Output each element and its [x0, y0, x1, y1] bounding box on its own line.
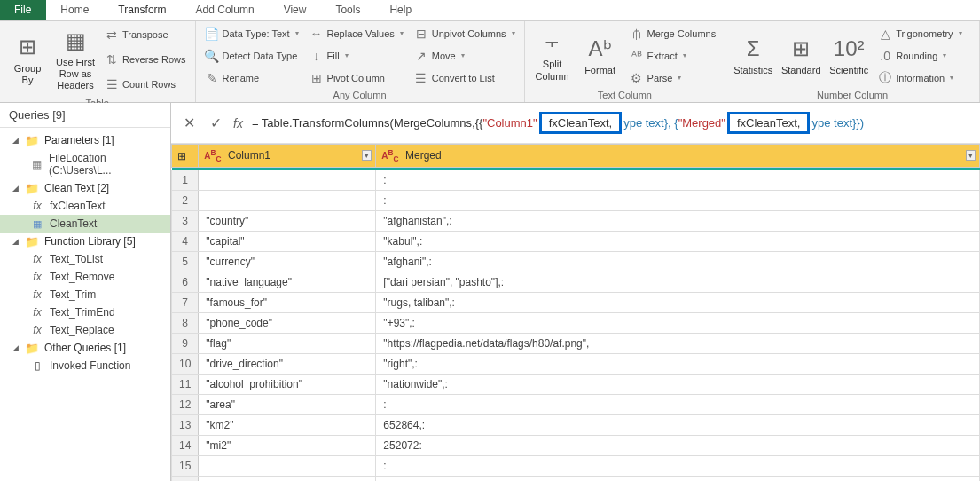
table-row[interactable]: 6"native_language"["dari persian", "pash…: [172, 272, 980, 293]
column-header-column1[interactable]: ABC Column1 ▾: [199, 145, 376, 168]
rename-button[interactable]: ✎Rename: [201, 69, 302, 87]
row-number[interactable]: 4: [172, 232, 199, 252]
trigonometry-button[interactable]: △Trigonometry▾: [874, 25, 965, 43]
rounding-button[interactable]: .0Rounding▾: [874, 47, 965, 65]
formula-input[interactable]: = Table.TransformColumns(MergeColumns,{{…: [252, 112, 971, 134]
convert-to-list-button[interactable]: ☰Convert to List: [411, 69, 519, 87]
use-first-row-button[interactable]: ▦ Use First Row as Headers: [53, 23, 98, 96]
table-row[interactable]: 12"area":: [172, 395, 980, 415]
row-number[interactable]: 15: [172, 456, 199, 477]
cell-column1[interactable]: "flag": [199, 334, 376, 354]
filter-icon[interactable]: ▾: [966, 150, 976, 161]
row-number[interactable]: 12: [172, 395, 199, 415]
table-row[interactable]: 9"flag""https://flagpedia.net/data/flags…: [172, 334, 980, 354]
sidebar-item-text-trim[interactable]: fxText_Trim: [0, 286, 170, 304]
row-number[interactable]: 16: [172, 477, 199, 481]
cell-merged[interactable]: "https://flagpedia.net/data/flags/h80/af…: [376, 334, 980, 354]
transpose-button[interactable]: ⇄Transpose: [101, 26, 190, 43]
standard-button[interactable]: ⊞ Standard: [779, 23, 823, 88]
cell-column1[interactable]: "native_language": [199, 272, 376, 293]
cell-column1[interactable]: [199, 170, 376, 191]
menu-transform[interactable]: Transform: [104, 0, 181, 20]
cell-merged[interactable]: :: [376, 191, 980, 211]
row-number[interactable]: 10: [172, 354, 199, 375]
menu-view[interactable]: View: [270, 0, 322, 20]
move-button[interactable]: ↗Move▾: [411, 47, 519, 65]
row-number[interactable]: 14: [172, 436, 199, 456]
cell-merged[interactable]: :: [376, 456, 980, 477]
cell-column1[interactable]: "area": [199, 395, 376, 415]
cell-merged[interactable]: "+93",:: [376, 313, 980, 334]
data-type-button[interactable]: 📄Data Type: Text▾: [201, 25, 302, 43]
sidebar-item-cleantext[interactable]: ▦CleanText: [0, 215, 170, 233]
format-button[interactable]: Aᵇ Format: [578, 23, 623, 88]
sidebar-item-invoked-function[interactable]: ▯Invoked Function: [0, 357, 170, 375]
menu-add-column[interactable]: Add Column: [182, 0, 270, 20]
row-number[interactable]: 3: [172, 211, 199, 232]
reverse-rows-button[interactable]: ⇅Reverse Rows: [101, 51, 190, 68]
sidebar-item-clean-text-2-[interactable]: ◢📁Clean Text [2]: [0, 179, 170, 197]
row-number[interactable]: 11: [172, 375, 199, 395]
sidebar-item-parameters-1-[interactable]: ◢📁Parameters [1]: [0, 131, 170, 149]
cell-column1[interactable]: "phone_code": [199, 313, 376, 334]
sidebar-item-filelocation-c-users-l-[interactable]: ▦FileLocation (C:\Users\L...: [0, 149, 170, 179]
menu-help[interactable]: Help: [375, 0, 427, 20]
cell-column1[interactable]: "mi2": [199, 436, 376, 456]
split-column-button[interactable]: ⫟ Split Column: [530, 23, 575, 88]
table-row[interactable]: 5"currency""afghani",:: [172, 252, 980, 272]
sidebar-item-text-trimend[interactable]: fxText_TrimEnd: [0, 304, 170, 321]
cell-merged[interactable]: :: [376, 395, 980, 415]
cell-column1[interactable]: "country": [199, 211, 376, 232]
cell-column1[interactable]: "km2": [199, 415, 376, 436]
row-number[interactable]: 1: [172, 170, 199, 191]
menu-file[interactable]: File: [0, 0, 46, 20]
row-number[interactable]: 7: [172, 293, 199, 313]
row-number[interactable]: 9: [172, 334, 199, 354]
table-row[interactable]: 4"capital""kabul",:: [172, 232, 980, 252]
data-grid-wrap[interactable]: ⊞ ABC Column1 ▾ ABC Merged ▾: [171, 144, 980, 481]
cell-merged[interactable]: 652864,:: [376, 415, 980, 436]
cell-column1[interactable]: "drive_direction": [199, 354, 376, 375]
cell-merged[interactable]: ["dari persian", "pashto"],:: [376, 272, 980, 293]
cell-merged[interactable]: 252072:: [376, 436, 980, 456]
cell-column1[interactable]: "currency": [199, 252, 376, 272]
cell-merged[interactable]: "nationwide",:: [376, 375, 980, 395]
row-number[interactable]: 5: [172, 252, 199, 272]
menu-tools[interactable]: Tools: [321, 0, 375, 20]
statistics-button[interactable]: Σ Statistics: [731, 23, 775, 88]
table-row[interactable]: 7"famous_for""rugs, taliban",:: [172, 293, 980, 313]
unpivot-columns-button[interactable]: ⊟Unpivot Columns▾: [411, 25, 519, 43]
sidebar-item-text-replace[interactable]: fxText_Replace: [0, 321, 170, 339]
cell-merged[interactable]: "afghanistan",:: [376, 211, 980, 232]
fill-button[interactable]: ↓Fill▾: [306, 47, 407, 65]
pivot-column-button[interactable]: ⊞Pivot Column: [306, 69, 407, 87]
sidebar-item-function-library-5-[interactable]: ◢📁Function Library [5]: [0, 233, 170, 250]
cell-merged[interactable]: :: [376, 170, 980, 191]
menu-home[interactable]: Home: [46, 0, 104, 20]
cell-merged[interactable]: "kabul",:: [376, 232, 980, 252]
cell-column1[interactable]: "alcohol_prohibition": [199, 375, 376, 395]
row-number[interactable]: 8: [172, 313, 199, 334]
sidebar-item-text-remove[interactable]: fxText_Remove: [0, 268, 170, 286]
filter-icon[interactable]: ▾: [362, 150, 372, 161]
table-row[interactable]: 1:: [172, 170, 980, 191]
table-row[interactable]: 2:: [172, 191, 980, 211]
row-number[interactable]: 6: [172, 272, 199, 293]
cell-merged[interactable]: "as" :: [376, 477, 980, 481]
table-row[interactable]: 14 "mi2"252072:: [172, 436, 980, 456]
table-row[interactable]: 13 "km2"652864,:: [172, 415, 980, 436]
sidebar-item-fxcleantext[interactable]: fxfxCleanText: [0, 197, 170, 215]
group-by-button[interactable]: ⊞ Group By: [5, 23, 50, 96]
accept-formula-button[interactable]: ✓: [207, 114, 224, 132]
cell-merged[interactable]: "right",:: [376, 354, 980, 375]
count-rows-button[interactable]: ☰Count Rows: [101, 75, 190, 93]
scientific-button[interactable]: 10² Scientific: [827, 23, 871, 88]
cell-merged[interactable]: "afghani",:: [376, 252, 980, 272]
table-row[interactable]: 11"alcohol_prohibition""nationwide",:: [172, 375, 980, 395]
replace-values-button[interactable]: ↔Replace Values▾: [306, 25, 407, 43]
merge-columns-button[interactable]: ⫛Merge Columns: [626, 25, 720, 43]
sidebar-item-other-queries-1-[interactable]: ◢📁Other Queries [1]: [0, 339, 170, 357]
row-number[interactable]: 2: [172, 191, 199, 211]
table-row[interactable]: 16"continent""as" :: [172, 477, 980, 481]
sidebar-item-text-tolist[interactable]: fxText_ToList: [0, 250, 170, 268]
